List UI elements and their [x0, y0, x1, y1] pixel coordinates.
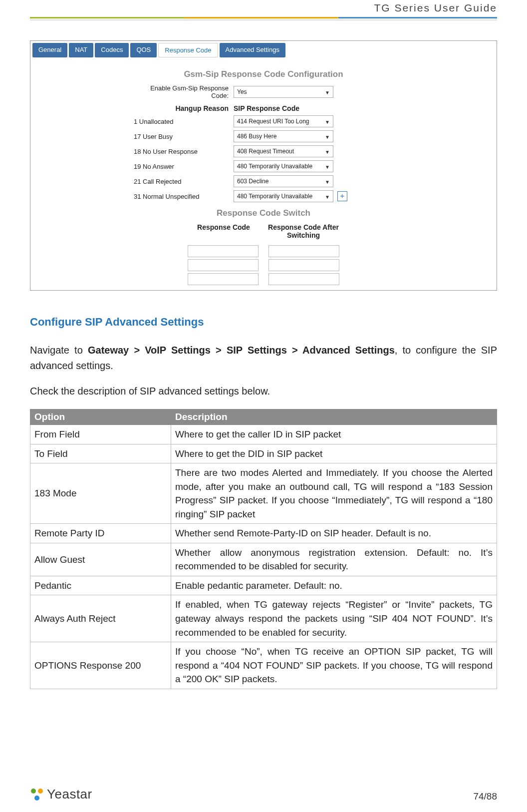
description-cell: Whether send Remote-Party-ID on SIP head… [171, 524, 497, 543]
sip-code-select[interactable]: 408 Request Timeout [234, 145, 333, 157]
tab-codecs[interactable]: Codecs [95, 43, 129, 57]
hangup-reason: 17 User Busy [134, 133, 234, 140]
option-cell: Always Auth Reject [30, 595, 171, 642]
brand-name: Yeastar [47, 787, 92, 802]
table-row: Allow GuestWhether allow anonymous regis… [30, 543, 497, 576]
hangup-reason: 21 Call Rejected [134, 178, 234, 185]
hangup-reason: 1 Unallocated [134, 118, 234, 125]
section-heading: Configure SIP Advanced Settings [30, 316, 497, 329]
header-hangup-reason: Hangup Reason [134, 104, 234, 112]
add-row-button[interactable]: + [337, 191, 347, 201]
hangup-reason: 19 No Answer [134, 163, 234, 170]
header-rule [30, 17, 497, 18]
response-code-row: 19 No Answer480 Temporarily Unavailable [134, 160, 393, 172]
table-row: PedanticEnable pedantic parameter. Defau… [30, 576, 497, 595]
table-row: OPTIONS Response 200If you choose “No”, … [30, 642, 497, 689]
sip-code-select[interactable]: 414 Request URI Too Long [234, 115, 333, 127]
config-block: Enable Gsm-Sip Response Code: Yes Hangup… [134, 84, 393, 202]
response-code-row: 1 Unallocated414 Request URI Too Long [134, 115, 393, 127]
switch-input-left[interactable] [188, 259, 259, 271]
sip-code-select[interactable]: 603 Decline [234, 175, 333, 187]
tab-advanced-settings[interactable]: Advanced Settings [220, 43, 285, 57]
description-cell: Whether allow anonymous registration ext… [171, 543, 497, 576]
nav-pre: Navigate to [30, 345, 88, 356]
switch-input-right[interactable] [268, 259, 339, 271]
th-description: Description [171, 409, 497, 425]
enable-label: Enable Gsm-Sip Response Code: [134, 84, 234, 99]
header-sip-response-code: SIP Response Code [234, 104, 393, 112]
option-cell: OPTIONS Response 200 [30, 642, 171, 689]
response-code-row: 31 Normal Unspecified480 Temporarily Una… [134, 190, 393, 202]
column-headers: Hangup Reason SIP Response Code [134, 104, 393, 112]
check-line: Check the description of SIP advanced se… [30, 384, 497, 399]
table-row: Always Auth RejectIf enabled, when TG ga… [30, 595, 497, 642]
enable-select[interactable]: Yes [234, 86, 333, 98]
nav-path: Gateway > VoIP Settings > SIP Settings >… [88, 345, 395, 356]
switch-header-right: Response Code After Switching [264, 223, 343, 239]
option-cell: To Field [30, 444, 171, 463]
sip-code-select[interactable]: 480 Temporarily Unavailable [234, 190, 333, 202]
hangup-reason: 31 Normal Unspecified [134, 193, 234, 200]
option-cell: 183 Mode [30, 463, 171, 524]
sip-code-select[interactable]: 480 Temporarily Unavailable [234, 160, 333, 172]
tab-bar: General NAT Codecs QOS Response Code Adv… [32, 43, 495, 57]
description-cell: If you choose “No”, when TG receive an O… [171, 642, 497, 689]
switch-table: Response Code Response Code After Switch… [32, 223, 495, 287]
switch-input-left[interactable] [188, 273, 259, 285]
option-cell: Remote Party ID [30, 524, 171, 543]
tab-nat[interactable]: NAT [69, 43, 93, 57]
brand-logo: Yeastar [30, 787, 92, 802]
description-cell: If enabled, when TG gateway rejects “Reg… [171, 595, 497, 642]
response-code-row: 18 No User Response408 Request Timeout [134, 145, 393, 157]
options-table: Option Description From FieldWhere to ge… [30, 409, 497, 689]
logo-mark-icon [30, 788, 44, 802]
header-sub-rule [30, 19, 497, 20]
th-option: Option [30, 409, 171, 425]
switch-row [188, 273, 339, 285]
option-cell: Pedantic [30, 576, 171, 595]
response-code-row: 21 Call Rejected603 Decline [134, 175, 393, 187]
option-cell: From Field [30, 425, 171, 444]
description-cell: Where to get the caller ID in SIP packet [171, 425, 497, 444]
switch-headers: Response Code Response Code After Switch… [184, 223, 343, 239]
switch-row [188, 259, 339, 271]
response-code-row: 17 User Busy486 Busy Here [134, 130, 393, 142]
nav-instruction: Navigate to Gateway > VoIP Settings > SI… [30, 343, 497, 374]
page-footer: Yeastar 74/88 [30, 787, 497, 802]
description-cell: There are two modes Alerted and Immediat… [171, 463, 497, 524]
description-cell: Where to get the DID in SIP packet [171, 444, 497, 463]
tab-general[interactable]: General [32, 43, 67, 57]
doc-header-title: TG Series User Guide [30, 0, 497, 17]
section-title-gsm-sip: Gsm-Sip Response Code Configuration [32, 69, 495, 79]
tab-response-code[interactable]: Response Code [158, 43, 218, 57]
option-cell: Allow Guest [30, 543, 171, 576]
table-row: To FieldWhere to get the DID in SIP pack… [30, 444, 497, 463]
table-row: Remote Party IDWhether send Remote-Party… [30, 524, 497, 543]
switch-input-right[interactable] [268, 273, 339, 285]
ui-screenshot-panel: General NAT Codecs QOS Response Code Adv… [30, 40, 497, 291]
hangup-reason: 18 No User Response [134, 148, 234, 155]
switch-header-left: Response Code [184, 223, 264, 239]
switch-input-left[interactable] [188, 245, 259, 257]
switch-row [188, 245, 339, 257]
table-row: 183 ModeThere are two modes Alerted and … [30, 463, 497, 524]
section-title-switch: Response Code Switch [32, 208, 495, 218]
switch-input-right[interactable] [268, 245, 339, 257]
tab-qos[interactable]: QOS [130, 43, 157, 57]
table-row: From FieldWhere to get the caller ID in … [30, 425, 497, 444]
description-cell: Enable pedantic parameter. Default: no. [171, 576, 497, 595]
page-number: 74/88 [473, 791, 497, 802]
sip-code-select[interactable]: 486 Busy Here [234, 130, 333, 142]
